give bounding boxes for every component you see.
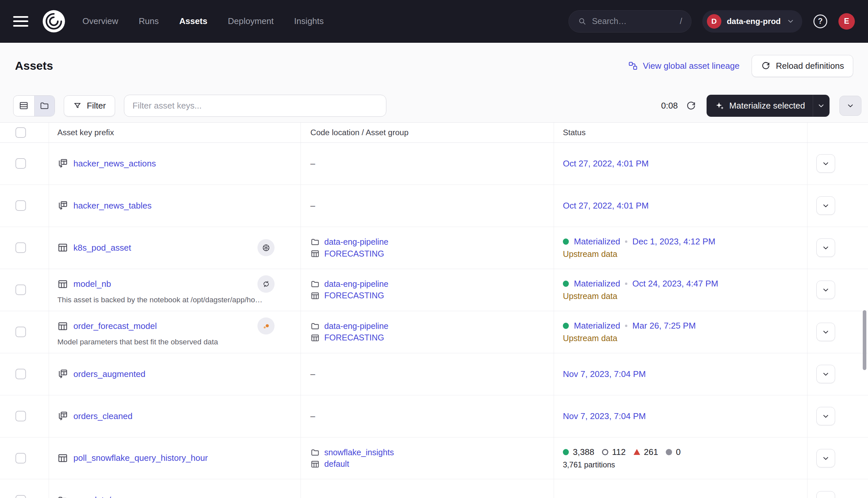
asset-name-link[interactable]: k8s_pod_asset xyxy=(73,243,131,253)
table-row: model_nb This asset is backed by the not… xyxy=(0,269,868,311)
filter-asset-keys-input[interactable] xyxy=(124,95,386,117)
assets-toolbar: Filter 0:08 Materialize selected xyxy=(0,95,868,117)
vertical-scrollbar-thumb[interactable] xyxy=(863,310,867,370)
list-view-icon xyxy=(19,101,29,110)
user-avatar[interactable]: E xyxy=(838,13,855,30)
menu-icon[interactable] xyxy=(13,16,28,27)
global-search[interactable]: / xyxy=(569,10,692,32)
code-location-link[interactable]: snowflake_insights xyxy=(324,448,394,457)
asset-prefix-icon xyxy=(57,158,68,169)
table-asset-icon xyxy=(57,321,68,332)
kubernetes-badge xyxy=(257,239,275,256)
help-button[interactable]: ? xyxy=(813,14,827,28)
page-header: Assets View global asset lineage Reload … xyxy=(0,43,868,87)
missing-partitions-dot xyxy=(602,449,608,455)
select-all-checkbox[interactable] xyxy=(15,127,26,138)
nav-links: Overview Runs Assets Deployment Insights xyxy=(82,16,324,26)
materialization-link[interactable]: Materialized Oct 24, 2023, 4:47 PM xyxy=(563,279,807,289)
nav-link-assets[interactable]: Assets xyxy=(179,16,208,26)
column-header-status: Status xyxy=(563,128,807,137)
column-header-asset-key-prefix: Asset key prefix xyxy=(57,128,293,137)
folder-icon xyxy=(57,495,68,498)
refresh-button[interactable] xyxy=(685,100,697,112)
missing-partitions-count: 112 xyxy=(612,447,626,457)
deployment-badge: D xyxy=(707,14,721,29)
search-input[interactable] xyxy=(592,16,675,26)
chevron-down-icon xyxy=(821,370,830,379)
row-checkbox[interactable] xyxy=(15,453,26,463)
asset-name-link[interactable]: order_forecast_model xyxy=(73,321,157,331)
row-expand-button[interactable] xyxy=(816,238,835,257)
asset-name-link[interactable]: orders_cleaned xyxy=(73,411,133,421)
view-mode-toggle xyxy=(13,95,55,116)
dagster-logo[interactable] xyxy=(41,9,66,34)
flat-view-toggle[interactable] xyxy=(13,96,34,116)
asset-name-link[interactable]: model_nb xyxy=(73,279,111,289)
asset-folder-link[interactable]: raw_data/ xyxy=(73,495,111,498)
materialize-selected-button[interactable]: Materialize selected xyxy=(707,95,813,117)
code-location-link[interactable]: data-eng-pipeline xyxy=(324,322,388,331)
asset-group-icon xyxy=(310,459,320,469)
asset-name-link[interactable]: orders_augmented xyxy=(73,369,145,379)
row-checkbox[interactable] xyxy=(15,158,26,169)
row-expand-button[interactable] xyxy=(816,491,835,498)
materialized-status-dot xyxy=(563,323,569,329)
asset-name-link[interactable]: hacker_news_actions xyxy=(73,159,156,169)
nav-link-deployment[interactable]: Deployment xyxy=(228,16,273,26)
row-expand-button[interactable] xyxy=(816,365,835,383)
row-expand-button[interactable] xyxy=(816,154,835,173)
materialization-date-link[interactable]: Oct 27, 2022, 4:01 PM xyxy=(563,159,807,169)
nav-link-runs[interactable]: Runs xyxy=(139,16,159,26)
failed-partitions-triangle xyxy=(633,449,640,455)
row-expand-button[interactable] xyxy=(816,280,835,299)
asset-group-icon xyxy=(310,291,320,301)
asset-group-link[interactable]: FORECASTING xyxy=(324,291,384,300)
row-checkbox[interactable] xyxy=(15,369,26,379)
materialization-date-link[interactable]: Nov 7, 2023, 7:04 PM xyxy=(563,411,807,421)
table-row: hacker_news_tables – Oct 27, 2022, 4:01 … xyxy=(0,185,868,227)
asset-prefix-icon xyxy=(57,200,68,211)
filter-button[interactable]: Filter xyxy=(64,95,115,116)
row-checkbox[interactable] xyxy=(15,327,26,337)
nav-link-insights[interactable]: Insights xyxy=(294,16,324,26)
materialization-link[interactable]: Materialized Mar 26, 7:25 PM xyxy=(563,321,807,331)
code-location-link[interactable]: data-eng-pipeline xyxy=(324,237,388,247)
row-expand-button[interactable] xyxy=(816,196,835,215)
asset-group-icon xyxy=(310,249,320,259)
asset-name-link[interactable]: poll_snowflake_query_history_hour xyxy=(73,453,208,463)
deployment-switcher[interactable]: D data-eng-prod xyxy=(702,10,802,32)
asset-group-link[interactable]: FORECASTING xyxy=(324,249,384,259)
materialization-date-link[interactable]: Oct 27, 2022, 4:01 PM xyxy=(563,201,807,211)
table-row: raw_data/ – – xyxy=(0,479,868,498)
nav-link-overview[interactable]: Overview xyxy=(82,16,118,26)
materialization-date-link[interactable]: Nov 7, 2023, 7:04 PM xyxy=(563,369,807,379)
materialization-link[interactable]: Materialized Dec 1, 2023, 4:12 PM xyxy=(563,236,807,247)
chevron-down-icon xyxy=(821,201,830,210)
materialized-partitions-dot xyxy=(563,449,569,455)
row-expand-button[interactable] xyxy=(816,407,835,425)
materialize-options-button[interactable] xyxy=(813,95,829,117)
view-global-asset-lineage-link[interactable]: View global asset lineage xyxy=(628,61,739,71)
reload-definitions-button[interactable]: Reload definitions xyxy=(752,55,853,77)
asset-group-link[interactable]: default xyxy=(324,459,349,469)
row-checkbox[interactable] xyxy=(15,411,26,421)
row-expand-button[interactable] xyxy=(816,449,835,468)
queued-partitions-dot xyxy=(666,449,672,455)
scatter-plot-icon xyxy=(262,322,271,330)
chevron-down-icon xyxy=(817,101,826,110)
row-checkbox[interactable] xyxy=(15,495,26,498)
folder-view-toggle[interactable] xyxy=(34,96,55,116)
table-row: orders_cleaned – Nov 7, 2023, 7:04 PM xyxy=(0,395,868,437)
table-row: orders_augmented – Nov 7, 2023, 7:04 PM xyxy=(0,353,868,395)
row-checkbox[interactable] xyxy=(15,243,26,253)
row-expand-button[interactable] xyxy=(816,323,835,341)
code-location-link[interactable]: data-eng-pipeline xyxy=(324,279,388,289)
row-checkbox[interactable] xyxy=(15,200,26,211)
separator-dot xyxy=(625,240,627,243)
refresh-icon xyxy=(685,100,697,112)
asset-group-link[interactable]: FORECASTING xyxy=(324,333,384,342)
materialized-label: Materialized xyxy=(574,321,620,331)
asset-name-link[interactable]: hacker_news_tables xyxy=(73,201,151,211)
row-checkbox[interactable] xyxy=(15,285,26,295)
more-actions-button[interactable] xyxy=(839,96,862,116)
